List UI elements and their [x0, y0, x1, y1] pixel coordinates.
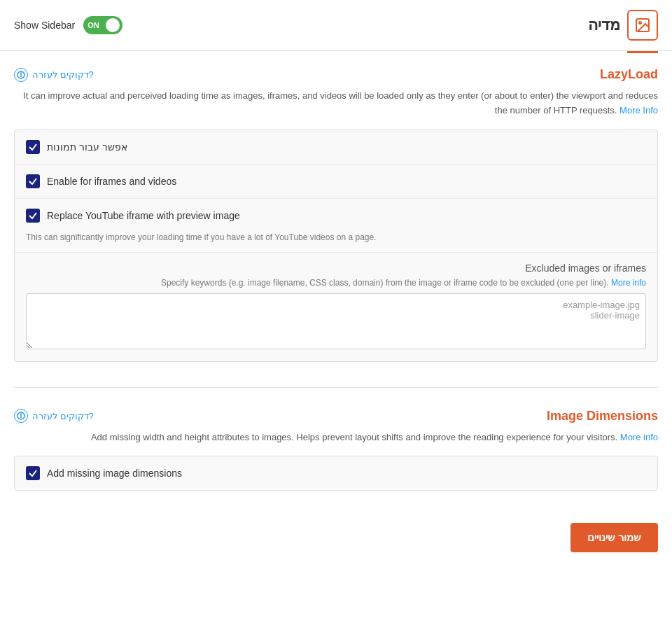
lazyload-images-row: אפשר עבור תמונות: [15, 130, 657, 164]
checkmark-icon: [28, 142, 38, 152]
page-title: מדיה: [588, 16, 620, 34]
excluded-textarea[interactable]: example-image.jpg slider-image: [26, 293, 646, 349]
add-missing-dimensions-label: Add missing image dimensions: [47, 468, 182, 479]
lazyload-iframes-label: Enable for iframes and videos: [47, 176, 176, 187]
lazyload-title: LazyLoad: [600, 67, 658, 82]
media-icon: [634, 17, 651, 34]
checkmark-icon: [28, 468, 38, 478]
lazyload-section: ?דקוקים לעזרה LazyLoad It can improve ac…: [0, 53, 672, 380]
page-wrapper: Show Sidebar ON מדיה ?דקוקים לעזרה: [0, 0, 672, 637]
excluded-title: Excluded images or iframes: [525, 262, 646, 274]
save-button[interactable]: שמור שינויים: [570, 523, 658, 552]
header-right: מדיה: [588, 10, 658, 41]
lazyload-iframes-row: Enable for iframes and videos: [15, 164, 657, 199]
lazyload-youtube-checkbox[interactable]: [26, 209, 40, 223]
image-dimensions-help-text[interactable]: ?דקוקים לעזרה: [32, 411, 94, 421]
lazyload-help-text[interactable]: ?דקוקים לעזרה: [32, 69, 94, 80]
media-icon-button[interactable]: [627, 10, 658, 41]
lazyload-help: ?דקוקים לעזרה: [14, 68, 94, 82]
info-icon: [17, 412, 25, 420]
lazyload-images-label: אפשר עבור תמונות: [47, 141, 127, 153]
add-missing-dimensions-row: Add missing image dimensions: [15, 456, 657, 490]
toggle-knob: [106, 18, 120, 32]
excluded-header: Excluded images or iframes: [26, 262, 646, 274]
image-dimensions-more-info-link[interactable]: More info: [620, 432, 658, 442]
info-icon: [17, 71, 25, 79]
checkmark-icon: [28, 176, 38, 186]
lazyload-youtube-row: Replace YouTube iframe with preview imag…: [15, 199, 657, 253]
lazyload-settings-box: אפשר עבור תמונות Enable for iframes and …: [14, 130, 658, 362]
sidebar-toggle[interactable]: ON: [83, 16, 122, 34]
excluded-desc: Specify keywords (e.g. image filename, C…: [26, 278, 646, 288]
image-dimensions-description: Add missing width and height attributes …: [14, 430, 658, 445]
lazyload-section-header: ?דקוקים לעזרה LazyLoad: [14, 67, 658, 82]
footer: שמור שינויים: [0, 509, 672, 566]
lazyload-more-info-link[interactable]: More Info: [620, 105, 658, 115]
lazyload-help-icon[interactable]: [14, 68, 28, 82]
lazyload-youtube-desc: .This can significantly improve your loa…: [26, 232, 377, 242]
excluded-more-info-link[interactable]: More info: [611, 278, 646, 288]
svg-point-4: [21, 73, 22, 74]
svg-point-1: [639, 22, 641, 24]
header-left: Show Sidebar ON: [14, 16, 122, 34]
add-missing-dimensions-checkbox[interactable]: [26, 466, 40, 480]
image-dimensions-title: Image Dimensions: [547, 409, 658, 424]
excluded-section: Excluded images or iframes Specify keywo…: [15, 253, 657, 361]
image-dimensions-section: ?דקוקים לעזרה Image Dimensions Add missi…: [0, 395, 672, 510]
image-dimensions-settings-box: Add missing image dimensions: [14, 456, 658, 491]
image-dimensions-help-icon[interactable]: [14, 409, 28, 423]
checkmark-icon: [28, 211, 38, 220]
section-divider: [14, 387, 658, 388]
svg-point-7: [21, 414, 22, 414]
lazyload-youtube-label: Replace YouTube iframe with preview imag…: [47, 210, 240, 221]
image-dimensions-help: ?דקוקים לעזרה: [14, 409, 94, 423]
lazyload-youtube-row-content: Replace YouTube iframe with preview imag…: [26, 209, 646, 223]
lazyload-iframes-checkbox[interactable]: [26, 174, 40, 188]
toggle-on-text: ON: [88, 21, 99, 29]
image-dimensions-section-header: ?דקוקים לעזרה Image Dimensions: [14, 409, 658, 424]
header: Show Sidebar ON מדיה: [0, 0, 672, 51]
lazyload-description: It can improve actual and perceived load…: [14, 89, 658, 118]
sidebar-toggle-label: Show Sidebar: [14, 20, 75, 31]
lazyload-images-checkbox[interactable]: [26, 140, 40, 154]
